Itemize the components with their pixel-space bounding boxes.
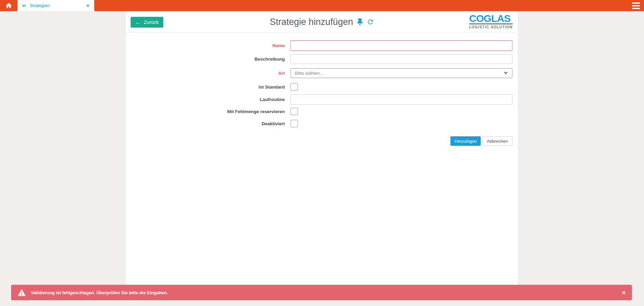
art-label: Art — [126, 71, 291, 76]
art-select[interactable]: Bitte wählen... — [291, 68, 512, 78]
brand-logo-name: COGLAS — [469, 13, 513, 24]
brand-logo: COGLAS LOGISTIC SOLUTION — [469, 13, 513, 29]
ist-standard-checkbox[interactable] — [291, 83, 298, 91]
page-title: Strategie hinzufügen — [270, 17, 353, 27]
top-bar: Strategien ✕ — [0, 0, 644, 11]
cancel-button[interactable]: Abbrechen — [482, 136, 512, 146]
fehlmenge-checkbox[interactable] — [291, 108, 298, 115]
fehlmenge-label: Mit Fehlmenge reservieren — [126, 109, 291, 114]
banner-message: Validierung ist fehlgeschlagen. Überprüf… — [31, 290, 621, 295]
banner-close-icon[interactable]: ✕ — [621, 290, 626, 295]
laufroutine-input[interactable] — [291, 94, 512, 105]
deaktiviert-label: Deaktiviert — [126, 121, 291, 126]
validation-error-banner: Validierung ist fehlgeschlagen. Überprüf… — [11, 285, 632, 300]
back-arrow-icon: ← — [135, 20, 141, 25]
name-label: Name — [126, 43, 291, 48]
form-row-fehlmenge: Mit Fehlmenge reservieren — [126, 108, 518, 115]
home-button[interactable] — [0, 0, 18, 11]
form-row-laufroutine: Laufroutine — [126, 94, 518, 105]
name-input[interactable] — [291, 40, 512, 51]
page-header: ← Zurück Strategie hinzufügen COGLAS LOG… — [126, 11, 518, 33]
form-row-name: Name — [126, 40, 518, 51]
hamburger-menu-icon[interactable] — [632, 2, 640, 9]
tab-close-icon[interactable]: ✕ — [85, 3, 91, 9]
form-row-deaktiviert: Deaktiviert — [126, 120, 518, 127]
submit-button[interactable]: Hinzufügen — [450, 136, 481, 146]
strategy-form: Name Beschreibung Art Bitte wählen... Is… — [126, 33, 518, 146]
home-icon — [5, 2, 12, 9]
deaktiviert-checkbox[interactable] — [291, 120, 298, 127]
form-row-ist-standard: Ist Standard — [126, 83, 518, 91]
form-row-beschreibung: Beschreibung — [126, 54, 518, 64]
beschreibung-label: Beschreibung — [126, 57, 291, 62]
back-button-label: Zurück — [144, 20, 159, 25]
refresh-icon[interactable] — [367, 18, 374, 26]
art-select-value: Bitte wählen... — [295, 71, 504, 76]
tab-strategien[interactable]: Strategien ✕ — [18, 0, 94, 11]
form-actions: Hinzufügen Abbrechen — [126, 136, 512, 146]
select-chevron-down-icon — [504, 70, 508, 76]
brand-logo-subtitle: LOGISTIC SOLUTION — [469, 25, 513, 29]
laufroutine-label: Laufroutine — [126, 97, 291, 102]
chevron-down-icon[interactable] — [22, 3, 26, 8]
tab-label: Strategien — [30, 3, 85, 8]
beschreibung-input[interactable] — [291, 54, 512, 64]
back-button[interactable]: ← Zurück — [131, 17, 163, 28]
content-card: ← Zurück Strategie hinzufügen COGLAS LOG… — [125, 11, 518, 285]
pin-icon[interactable] — [357, 19, 363, 26]
ist-standard-label: Ist Standard — [126, 84, 291, 90]
warning-icon — [17, 288, 26, 297]
form-row-art: Art Bitte wählen... — [126, 68, 518, 78]
